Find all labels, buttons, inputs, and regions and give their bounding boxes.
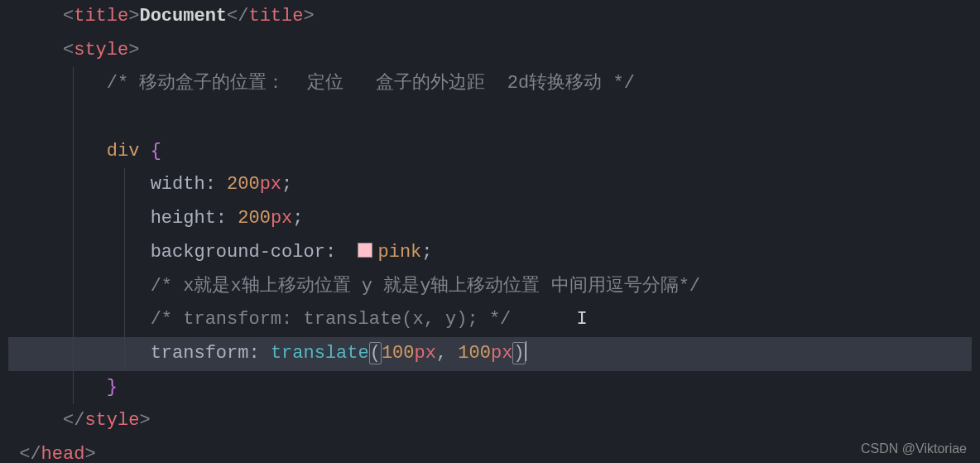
tag-bracket: </ xyxy=(63,410,84,431)
semicolon: ; xyxy=(292,208,303,229)
tag-name: title xyxy=(74,6,128,27)
comment: /* 移动盒子的位置： 定位 盒子的外边距 2d转换移动 */ xyxy=(107,73,635,94)
text-content: Document xyxy=(139,6,227,27)
tag-bracket: > xyxy=(139,410,150,431)
brace: } xyxy=(107,377,118,398)
tag-bracket: > xyxy=(303,6,314,27)
brace: { xyxy=(139,141,161,162)
semicolon: ; xyxy=(281,174,292,195)
tag-bracket: < xyxy=(63,40,74,60)
css-property: background-color xyxy=(151,242,325,263)
css-property: height xyxy=(151,208,216,229)
tag-name: style xyxy=(84,410,139,431)
code-line[interactable]: <style> xyxy=(8,34,972,68)
tag-bracket: </ xyxy=(227,6,248,27)
text-cursor-icon: I xyxy=(577,303,588,337)
code-line[interactable]: div { xyxy=(8,135,972,169)
semicolon: ; xyxy=(421,242,432,263)
code-line[interactable]: /* x就是x轴上移动位置 y 就是y轴上移动位置 中间用逗号分隔*/ xyxy=(8,270,972,304)
tag-bracket: > xyxy=(128,6,139,27)
code-line[interactable]: } xyxy=(8,371,972,405)
number: 100 xyxy=(382,343,415,364)
css-property: width xyxy=(151,174,205,195)
tag-bracket: > xyxy=(128,40,139,60)
paren-open: ( xyxy=(369,342,382,364)
unit: px xyxy=(271,208,292,229)
comma: , xyxy=(436,343,458,364)
colon: : xyxy=(216,208,238,229)
code-line[interactable]: /* 移动盒子的位置： 定位 盒子的外边距 2d转换移动 */ xyxy=(8,67,972,101)
number: 200 xyxy=(227,174,260,195)
comment: /* x就是x轴上移动位置 y 就是y轴上移动位置 中间用逗号分隔*/ xyxy=(151,276,700,297)
colon: : xyxy=(248,343,270,364)
code-area[interactable]: <title>Document</title> <style> /* 移动盒子的… xyxy=(8,0,972,463)
css-property: transform xyxy=(151,343,249,364)
code-line[interactable]: </style> xyxy=(8,404,972,438)
paren-close: ) xyxy=(512,342,525,364)
css-selector: div xyxy=(107,141,140,162)
code-line[interactable]: </head> xyxy=(8,438,972,463)
code-line[interactable]: width: 200px; xyxy=(8,168,972,202)
code-line[interactable]: <title>Document</title> xyxy=(8,0,972,34)
tag-name: title xyxy=(248,6,303,27)
tag-bracket: </ xyxy=(19,444,41,463)
number: 100 xyxy=(458,343,491,364)
unit: px xyxy=(415,343,436,364)
code-line[interactable] xyxy=(8,101,972,135)
color-swatch-icon[interactable] xyxy=(358,243,372,258)
code-line-active[interactable]: transform: translate(100px, 100px) xyxy=(8,337,972,371)
colon: : xyxy=(325,242,358,263)
unit: px xyxy=(260,174,281,195)
cursor-icon xyxy=(526,341,526,361)
code-line[interactable]: height: 200px; xyxy=(8,202,972,236)
tag-name: style xyxy=(74,40,128,60)
code-line[interactable]: /* transform: translate(x, y); */ I xyxy=(8,303,972,337)
unit: px xyxy=(491,343,512,364)
watermark: CSDN @Viktoriae xyxy=(861,441,967,456)
comment: /* transform: translate(x, y); */ xyxy=(151,309,512,330)
tag-bracket: > xyxy=(84,444,95,463)
css-function: translate xyxy=(271,343,369,364)
css-color-value: pink xyxy=(377,242,421,263)
code-editor[interactable]: <title>Document</title> <style> /* 移动盒子的… xyxy=(0,0,980,463)
number: 200 xyxy=(238,208,271,229)
tag-name: head xyxy=(41,444,85,463)
colon: : xyxy=(205,174,227,195)
code-line[interactable]: background-color: pink; xyxy=(8,236,972,270)
tag-bracket: < xyxy=(63,6,74,27)
